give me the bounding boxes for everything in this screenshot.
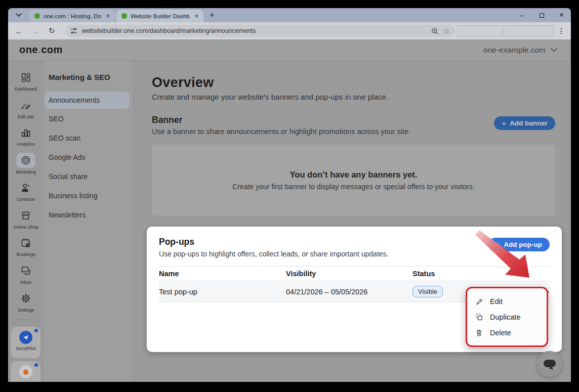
context-menu-edit[interactable]: Edit (467, 293, 547, 309)
plus-icon: + (496, 240, 501, 249)
tab-title: one.com : Hosting, Domain, Em (44, 13, 101, 19)
tab-favicon (34, 13, 40, 19)
rail-divider (15, 319, 36, 320)
sidebar-item-contacts[interactable]: Contacts (10, 180, 42, 203)
bookmark-star-icon[interactable]: ☆ (443, 27, 450, 35)
trash-icon (475, 328, 483, 337)
submenu-title: Marketing & SEO (49, 73, 134, 81)
url-bar[interactable]: websitebuilder.one.com/dashboard/marketi… (65, 25, 455, 37)
maximize-button[interactable] (540, 13, 544, 18)
close-button[interactable]: × (559, 11, 564, 19)
banner-empty-state: You don’t have any banners yet. Create y… (152, 145, 555, 215)
sidebar-item-edit-site[interactable]: Edit site (10, 98, 42, 120)
banner-subtitle: Use a banner to share announcements or h… (152, 127, 410, 136)
sidebar-item-settings[interactable]: Settings (10, 291, 42, 314)
popups-title: Pop-ups (159, 237, 388, 247)
contacts-icon (16, 180, 35, 195)
submenu-item-google-ads[interactable]: Google Ads (45, 148, 130, 166)
edit-pencil-icon (475, 297, 483, 306)
extension-placeholder (504, 25, 554, 36)
inbox-icon (16, 263, 35, 278)
chevron-down-icon (550, 48, 558, 52)
site-selector-label: one-example.com (483, 46, 546, 55)
zoom-icon[interactable] (431, 27, 439, 35)
column-header-status: Status (412, 270, 531, 278)
submenu-item-social-share[interactable]: Social share (45, 167, 130, 186)
url-text: websitebuilder.one.com/dashboard/marketi… (82, 27, 427, 34)
app-card-socialpilot[interactable]: SocialPilot (11, 327, 40, 358)
row-context-menu: Edit Duplicate Delete (466, 287, 548, 347)
dashboard-icon (16, 70, 35, 85)
analytics-icon (16, 125, 35, 140)
chat-widget-button[interactable] (536, 351, 563, 377)
context-menu-delete[interactable]: Delete (467, 325, 547, 340)
tab-one-com[interactable]: one.com : Hosting, Domain, Em × (29, 10, 115, 22)
add-popup-button[interactable]: + Add pop-up (488, 238, 550, 251)
tune-icon (70, 27, 77, 34)
submenu-item-business-listing[interactable]: Business listing (45, 187, 130, 205)
sidebar-item-inbox[interactable]: Inbox (10, 263, 42, 286)
add-banner-button[interactable]: + Add banner (494, 116, 555, 130)
submenu-item-seo[interactable]: SEO (45, 110, 130, 128)
banner-title: Banner (152, 115, 410, 125)
extension-placeholder (457, 25, 503, 36)
one-com-logo: one.com (19, 44, 63, 56)
submenu-item-newsletters[interactable]: Newsletters (45, 206, 130, 224)
popup-visibility: 04/21/2026 – 05/05/2026 (286, 288, 412, 296)
popups-subtitle: Use pop-ups to highlight offers, collect… (159, 250, 388, 258)
new-tab-button[interactable]: + (206, 10, 218, 21)
banner-empty-title: You don’t have any banners yet. (290, 170, 418, 180)
chat-bubble-icon (536, 351, 563, 377)
sidebar-item-marketing[interactable]: Marketing (10, 153, 42, 176)
popup-name: Test pop-up (159, 288, 286, 296)
banner-empty-subtitle: Create your first banner to display mess… (232, 183, 474, 191)
context-menu-duplicate[interactable]: Duplicate (467, 309, 547, 325)
socialpilot-icon (19, 331, 32, 344)
site-header: one.com one-example.com (8, 39, 571, 61)
screenshot-frame: one.com : Hosting, Domain, Em × Website … (0, 0, 579, 392)
tab-title: Website Builder Dashboard (131, 13, 190, 19)
column-header-visibility: Visibility (286, 270, 412, 278)
column-header-name: Name (159, 270, 286, 278)
browser-toolbar: ← → ↻ websitebuilder.one.com/dashboard/m… (8, 22, 571, 39)
back-icon[interactable]: ← (15, 27, 23, 35)
browser-menu-icon[interactable]: ⋮ (558, 27, 565, 35)
gear-icon (16, 291, 35, 306)
reload-icon[interactable]: ↻ (49, 26, 55, 35)
tab-close-icon[interactable]: × (105, 13, 111, 19)
page-subtitle: Create and manage your website’s banners… (152, 93, 555, 101)
online-shop-icon (16, 208, 35, 223)
table-header-row: Name Visibility Status (159, 266, 550, 281)
plus-icon: + (502, 119, 506, 127)
notification-dot (34, 329, 38, 332)
icon-rail: Dashboard Edit site Analytics (8, 61, 44, 382)
tab-close-icon[interactable]: × (193, 13, 199, 19)
forward-icon: → (32, 27, 39, 35)
notification-dot (34, 363, 38, 367)
marketing-icon (16, 153, 35, 168)
edit-site-icon (16, 98, 35, 113)
bookings-icon (16, 235, 35, 250)
sidebar-item-analytics[interactable]: Analytics (10, 125, 42, 148)
minimize-button[interactable]: – (520, 12, 524, 19)
app-card-secondary[interactable] (11, 361, 40, 382)
tab-search-button[interactable] (13, 10, 24, 20)
sidebar-item-bookings[interactable]: Bookings (10, 235, 42, 258)
submenu-item-announcements[interactable]: Announcements (45, 92, 130, 109)
duplicate-icon (475, 313, 483, 321)
banner-section-header: Banner Use a banner to share announcemen… (152, 115, 555, 136)
status-badge: Visible (412, 286, 443, 297)
site-selector[interactable]: one-example.com (483, 46, 558, 55)
page-title: Overview (152, 75, 555, 91)
submenu-panel: Marketing & SEO Announcements SEO SEO sc… (44, 61, 134, 382)
sidebar-item-dashboard[interactable]: Dashboard (10, 70, 42, 93)
browser-window: one.com : Hosting, Domain, Em × Website … (8, 8, 571, 382)
tab-strip: one.com : Hosting, Domain, Em × Website … (8, 8, 571, 22)
secondary-app-icon (19, 365, 32, 378)
tab-website-builder[interactable]: Website Builder Dashboard × (116, 10, 203, 22)
sidebar-item-online-shop[interactable]: Online Shop (10, 208, 42, 231)
tab-favicon (121, 13, 127, 19)
submenu-item-seo-scan[interactable]: SEO scan (45, 129, 130, 147)
